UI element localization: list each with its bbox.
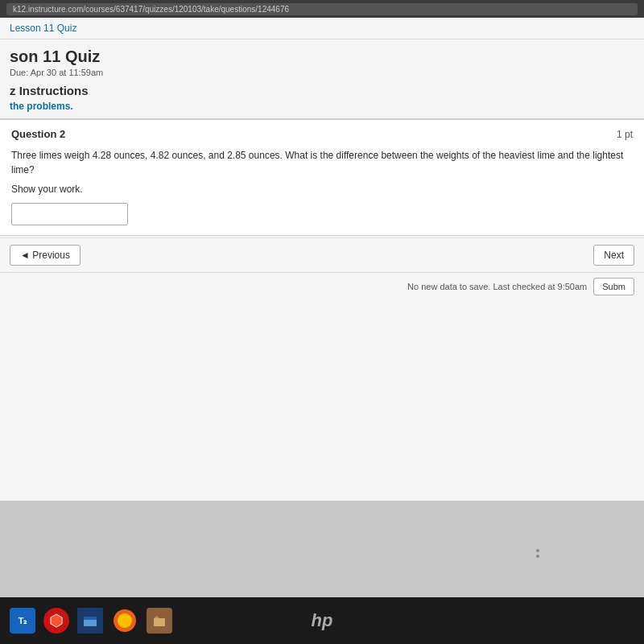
browser-bar: k12.instructure.com/courses/637417/quizz…: [0, 0, 644, 18]
due-label: Due:: [10, 68, 31, 77]
brave-icon[interactable]: [43, 608, 69, 634]
instructions-section: z Instructions the problems.: [0, 80, 644, 118]
hp-logo: hp: [312, 610, 333, 631]
files-logo-icon: [151, 613, 167, 629]
firefox-logo-icon: [111, 607, 138, 634]
firefox-icon[interactable]: [111, 607, 138, 634]
svg-rect-2: [84, 617, 97, 620]
question-text: Three limes weigh 4.28 ounces, 4.82 ounc…: [11, 148, 633, 177]
dot-1: [536, 549, 539, 552]
url-bar[interactable]: k12.instructure.com/courses/637417/quizz…: [6, 3, 638, 15]
quiz-due: Due: Apr 30 at 11:59am: [10, 68, 634, 77]
status-message: No new data to save. Last checked at 9:5…: [407, 282, 587, 291]
gray-area: [0, 501, 644, 597]
question-points: 1 pt: [617, 129, 633, 140]
t2-icon[interactable]: T₂: [10, 608, 35, 634]
files-icon[interactable]: [147, 608, 172, 634]
due-date: Apr 30 at 11:59am: [31, 68, 104, 77]
show-work-label: Show your work.: [11, 184, 633, 195]
breadcrumb-link[interactable]: Lesson 11 Quiz: [10, 23, 76, 34]
previous-button[interactable]: ◄ Previous: [10, 245, 80, 266]
taskbar: T₂ hp: [0, 597, 644, 644]
browser-logo-icon: [82, 613, 98, 629]
quiz-header: son 11 Quiz Due: Apr 30 at 11:59am: [0, 39, 644, 80]
quiz-title: son 11 Quiz: [10, 47, 634, 66]
submit-button[interactable]: Subm: [593, 278, 634, 295]
instructions-text: the problems.: [10, 101, 634, 112]
breadcrumb: Lesson 11 Quiz: [0, 18, 644, 39]
browser-icon[interactable]: [77, 608, 103, 634]
page-content: Lesson 11 Quiz son 11 Quiz Due: Apr 30 a…: [0, 18, 644, 501]
question-label: Question 2: [11, 128, 65, 140]
svg-point-4: [118, 613, 132, 628]
next-button[interactable]: Next: [593, 245, 634, 266]
instructions-title: z Instructions: [10, 84, 634, 97]
svg-marker-0: [51, 614, 62, 627]
question-block: Question 2 1 pt Three limes weigh 4.28 o…: [0, 119, 644, 236]
answer-input[interactable]: [11, 203, 128, 225]
brave-logo-icon: [48, 613, 64, 629]
decorative-dots: [536, 549, 539, 558]
dot-2: [536, 555, 539, 558]
svg-rect-5: [154, 618, 165, 626]
question-header: Question 2 1 pt: [11, 128, 633, 140]
status-bar: No new data to save. Last checked at 9:5…: [0, 272, 644, 300]
nav-bar: ◄ Previous Next: [0, 237, 644, 272]
